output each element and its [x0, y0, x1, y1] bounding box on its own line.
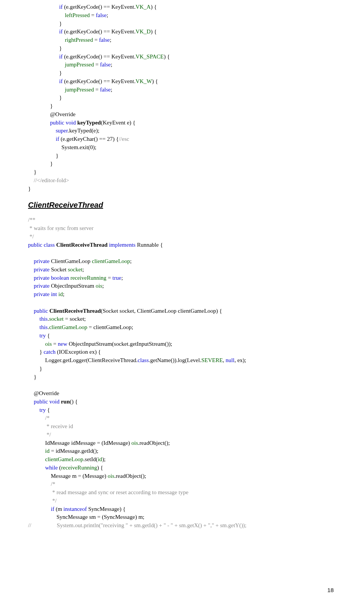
page-number: 18 — [327, 586, 334, 594]
code-block-1c: } //</editor-fold> } — [28, 168, 337, 193]
section-heading-clientreceivethread: ClientReceiveThread — [28, 200, 337, 211]
code-block-1b: } @Override public void keyTyped(KeyEven… — [50, 102, 337, 168]
code-block-2: /** * waits for sync from server */ publ… — [28, 216, 337, 530]
code-block-1: if (e.getKeyCode() == KeyEvent.VK_A) { l… — [59, 3, 337, 102]
document-page: if (e.getKeyCode() == KeyEvent.VK_A) { l… — [0, 0, 364, 605]
